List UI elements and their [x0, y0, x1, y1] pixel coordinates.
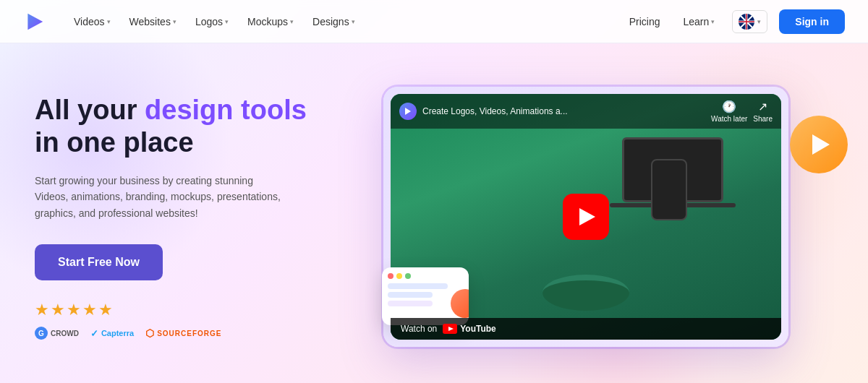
share-btn[interactable]: ↗ Share [753, 100, 773, 123]
decoration-card [382, 267, 469, 325]
star-rating: ★ ★ ★ ★ ★ [35, 301, 339, 319]
watch-later-btn[interactable]: 🕐 Watch later [711, 100, 747, 123]
deco-dot-green [405, 273, 411, 279]
capterra-logo: ✓ Capterra [90, 328, 134, 339]
nav-item-logos[interactable]: Logos ▾ [188, 12, 236, 32]
decoration-orange-circle [790, 116, 848, 173]
decoration-card-header [388, 273, 463, 279]
nav-item-designs[interactable]: Designs ▾ [305, 12, 362, 32]
language-selector[interactable]: ▾ [732, 10, 767, 33]
signin-button[interactable]: Sign in [779, 9, 845, 34]
nav-item-websites[interactable]: Websites ▾ [122, 12, 184, 32]
cta-button[interactable]: Start Free Now [35, 244, 163, 280]
logo[interactable] [23, 10, 46, 33]
chevron-down-icon: ▾ [225, 18, 229, 25]
navbar: Videos ▾ Websites ▾ Logos ▾ Mockups ▾ De… [0, 0, 868, 43]
deco-line-1 [388, 283, 448, 289]
svg-marker-9 [448, 327, 454, 331]
nav-links: Videos ▾ Websites ▾ Logos ▾ Mockups ▾ De… [67, 12, 624, 32]
chevron-down-icon: ▾ [757, 18, 761, 25]
nav-right: Pricing Learn ▾ ▾ Sign in [624, 9, 845, 34]
deco-dot-red [388, 273, 393, 279]
chevron-down-icon: ▾ [173, 18, 176, 25]
chevron-down-icon: ▾ [711, 18, 715, 25]
hero-subtitle: Start growing your business by creating … [35, 173, 288, 221]
g2-crowd-logo: G CROWD [35, 327, 79, 340]
star-2: ★ [51, 301, 65, 319]
sourceforge-logo: ⬡ SOURCEFORGE [145, 327, 221, 339]
star-5: ★ [98, 301, 113, 319]
play-triangle [579, 208, 595, 225]
chevron-down-icon: ▾ [107, 18, 111, 25]
nav-pricing[interactable]: Pricing [624, 12, 666, 32]
chevron-down-icon: ▾ [352, 18, 355, 25]
star-1: ★ [35, 301, 49, 319]
svg-marker-0 [27, 13, 43, 29]
chevron-down-icon: ▾ [290, 18, 294, 25]
deco-dot-yellow [396, 273, 402, 279]
deco-line-2 [388, 292, 433, 298]
channel-icon [399, 103, 417, 120]
star-4: ★ [82, 301, 97, 319]
play-circle [563, 194, 609, 240]
hero-left: All your design tools in one place Start… [35, 94, 339, 340]
nav-item-mockups[interactable]: Mockups ▾ [240, 12, 301, 32]
hero-title: All your design tools in one place [35, 94, 339, 160]
g2-icon: G [35, 327, 48, 340]
svg-marker-8 [405, 108, 411, 115]
nav-learn[interactable]: Learn ▾ [678, 12, 721, 32]
flag-uk-icon [739, 14, 754, 30]
youtube-play-button[interactable] [563, 194, 609, 240]
youtube-logo-icon [443, 324, 457, 334]
deco-orange-bubble [451, 289, 469, 318]
star-3: ★ [67, 301, 81, 319]
watch-on-youtube-bar: Watch on YouTube [391, 318, 781, 340]
hero-section: All your design tools in one place Start… [0, 43, 868, 383]
decoration-play-arrow [812, 134, 830, 155]
nav-item-videos[interactable]: Videos ▾ [67, 12, 118, 32]
deco-line-3 [388, 301, 433, 306]
review-logos: G CROWD ✓ Capterra ⬡ SOURCEFORGE [35, 327, 339, 340]
video-top-bar: Create Logos, Videos, Animations a... 🕐 … [391, 94, 781, 129]
hero-right: Create Logos, Videos, Animations a... 🕐 … [339, 87, 833, 347]
scene-cylinder [542, 275, 629, 311]
scene-phone [651, 159, 687, 220]
youtube-logo: YouTube [443, 324, 496, 334]
